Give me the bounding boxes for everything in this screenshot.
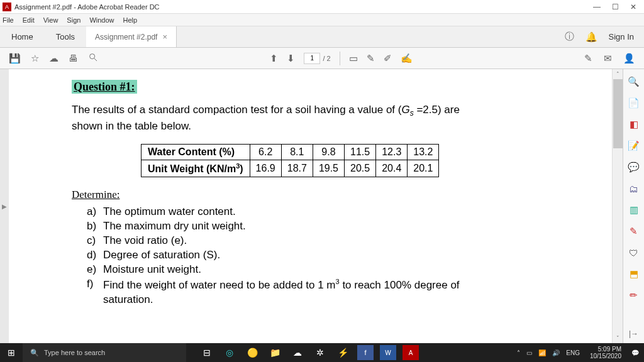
tab-document[interactable]: Assignment #2.pdf × bbox=[86, 26, 177, 47]
cloud-icon[interactable]: ☁ bbox=[289, 345, 306, 360]
explorer-icon[interactable]: 📁 bbox=[267, 345, 283, 360]
right-tools-panel: 🔍 📄 ◧ 📝 💬 🗂 ▥ ✎ 🛡 ⬒ ✏ |→ bbox=[623, 69, 644, 343]
volume-icon[interactable]: 🔊 bbox=[552, 349, 560, 356]
search-placeholder: Type here to search bbox=[44, 349, 105, 356]
left-gutter: ▶ bbox=[0, 69, 9, 343]
compress-icon[interactable]: ⬒ bbox=[628, 268, 640, 280]
document-page: Question #1: The results of a standard c… bbox=[9, 69, 612, 343]
highlight-icon[interactable]: ✎ bbox=[367, 53, 375, 64]
edit-icon[interactable]: 📝 bbox=[628, 140, 640, 152]
minimize-button[interactable]: — bbox=[593, 3, 601, 11]
organize-icon[interactable]: ▥ bbox=[628, 204, 640, 216]
combine-icon[interactable]: 🗂 bbox=[628, 182, 640, 195]
export-icon[interactable]: 📄 bbox=[628, 97, 640, 109]
sign-icon[interactable]: ✍ bbox=[401, 53, 413, 64]
comment-icon[interactable]: 💬 bbox=[628, 161, 640, 173]
taskbar-search[interactable]: 🔍 Type here to search bbox=[23, 343, 186, 362]
window-title: Assignment #2.pdf - Adobe Acrobat Reader… bbox=[14, 3, 593, 11]
tray-up-icon[interactable]: ˄ bbox=[517, 349, 520, 356]
system-tray[interactable]: ˄ ▭ 📶 🔊 ENG 5:09 PM 10/15/2020 💬 bbox=[512, 346, 644, 359]
close-button[interactable]: ✕ bbox=[630, 3, 636, 11]
menu-file[interactable]: File bbox=[3, 16, 14, 24]
data-table: Water Content (%) 6.2 8.1 9.8 11.5 12.3 … bbox=[141, 144, 439, 177]
collapse-panel-icon[interactable]: |→ bbox=[629, 329, 638, 338]
clock[interactable]: 5:09 PM 10/15/2020 bbox=[586, 346, 625, 359]
redact-icon[interactable]: ✎ bbox=[628, 225, 640, 238]
row2-label: Unit Weight (KN/m3) bbox=[142, 160, 250, 177]
page-total: / 2 bbox=[323, 55, 330, 62]
print-icon[interactable]: 🖶 bbox=[69, 53, 78, 63]
tab-tools[interactable]: Tools bbox=[45, 26, 86, 47]
chrome-icon[interactable]: 🟡 bbox=[244, 345, 260, 360]
word-icon[interactable]: W bbox=[380, 345, 396, 360]
menu-view[interactable]: View bbox=[43, 16, 58, 24]
scroll-down-icon[interactable]: ˅ bbox=[616, 333, 619, 343]
save-icon[interactable]: 💾 bbox=[9, 53, 21, 64]
app-icon: A bbox=[3, 3, 11, 11]
toolbar: 💾 ☆ ☁ 🖶 ⬆ ⬇ / 2 ▭ ✎ ✐ ✍ ✎ ✉ 👤 bbox=[0, 48, 644, 69]
notifications-icon[interactable]: 💬 bbox=[631, 349, 639, 356]
menu-bar: File Edit View Sign Window Help bbox=[0, 14, 644, 26]
fb-icon[interactable]: f bbox=[357, 345, 374, 360]
cloud-icon[interactable]: ☁ bbox=[49, 53, 58, 64]
share-icon[interactable]: ✎ bbox=[584, 53, 592, 64]
page-indicator: / 2 bbox=[304, 53, 330, 64]
winamp-icon[interactable]: ⚡ bbox=[335, 345, 351, 360]
tab-document-label: Assignment #2.pdf bbox=[95, 33, 157, 41]
tab-home[interactable]: Home bbox=[0, 26, 45, 47]
svg-point-0 bbox=[90, 54, 95, 59]
question-heading: Question #1: bbox=[72, 80, 137, 94]
expand-left-icon[interactable]: ▶ bbox=[2, 203, 7, 210]
taskview-icon[interactable]: ⊟ bbox=[199, 345, 215, 360]
help-icon[interactable]: ⓘ bbox=[565, 31, 574, 43]
wifi-icon[interactable]: 📶 bbox=[538, 349, 546, 356]
create-icon[interactable]: ◧ bbox=[628, 118, 640, 131]
fill-sign-icon[interactable]: ✏ bbox=[628, 289, 640, 302]
zoom-icon[interactable]: 🔍 bbox=[628, 75, 640, 88]
start-button[interactable]: ⊞ bbox=[0, 348, 23, 358]
erase-icon[interactable]: ✐ bbox=[384, 53, 392, 64]
bell-icon[interactable]: 🔔 bbox=[586, 31, 597, 43]
menu-edit[interactable]: Edit bbox=[23, 16, 35, 24]
maximize-button[interactable]: ☐ bbox=[612, 3, 619, 11]
dropbox-icon[interactable]: ✲ bbox=[312, 345, 328, 360]
search-icon: 🔍 bbox=[30, 349, 39, 357]
vertical-scrollbar[interactable]: ˄ ˅ bbox=[612, 69, 623, 343]
email-icon[interactable]: ✉ bbox=[604, 53, 612, 64]
menu-help[interactable]: Help bbox=[123, 16, 138, 24]
row1-label: Water Content (%) bbox=[142, 144, 250, 160]
menu-sign[interactable]: Sign bbox=[67, 16, 80, 24]
tab-bar: Home Tools Assignment #2.pdf × ⓘ 🔔 Sign … bbox=[0, 26, 644, 48]
people-icon[interactable]: 👤 bbox=[623, 53, 635, 64]
determine-heading: Determine: bbox=[72, 189, 562, 201]
scroll-up-icon[interactable]: ˄ bbox=[616, 69, 619, 79]
intro-text: The results of a standard compaction tes… bbox=[72, 102, 525, 134]
battery-icon[interactable]: ▭ bbox=[526, 349, 532, 356]
svg-line-1 bbox=[94, 58, 97, 61]
menu-window[interactable]: Window bbox=[89, 16, 114, 24]
acrobat-icon[interactable]: A bbox=[402, 345, 419, 360]
page-up-icon[interactable]: ⬆ bbox=[270, 53, 278, 64]
windows-taskbar: ⊞ 🔍 Type here to search ⊟ ◎ 🟡 📁 ☁ ✲ ⚡ f … bbox=[0, 343, 644, 362]
tab-close-icon[interactable]: × bbox=[162, 32, 167, 41]
signin-link[interactable]: Sign In bbox=[609, 32, 634, 41]
table-row: Unit Weight (KN/m3) 16.9 18.7 19.5 20.5 … bbox=[142, 160, 439, 177]
workspace: ▶ Question #1: The results of a standard… bbox=[0, 69, 644, 343]
edge-icon[interactable]: ◎ bbox=[221, 345, 238, 360]
page-down-icon[interactable]: ⬇ bbox=[287, 53, 295, 64]
lang-indicator[interactable]: ENG bbox=[566, 349, 580, 356]
star-icon[interactable]: ☆ bbox=[31, 53, 39, 64]
window-titlebar: A Assignment #2.pdf - Adobe Acrobat Read… bbox=[0, 0, 644, 14]
protect-icon[interactable]: 🛡 bbox=[628, 246, 640, 259]
item-list: a)The optimum water content. b)The maxim… bbox=[87, 205, 562, 307]
page-current-input[interactable] bbox=[304, 53, 320, 64]
table-row: Water Content (%) 6.2 8.1 9.8 11.5 12.3 … bbox=[142, 144, 439, 160]
scroll-thumb[interactable] bbox=[613, 79, 623, 148]
search-icon[interactable] bbox=[88, 52, 98, 64]
selection-icon[interactable]: ▭ bbox=[349, 53, 358, 64]
